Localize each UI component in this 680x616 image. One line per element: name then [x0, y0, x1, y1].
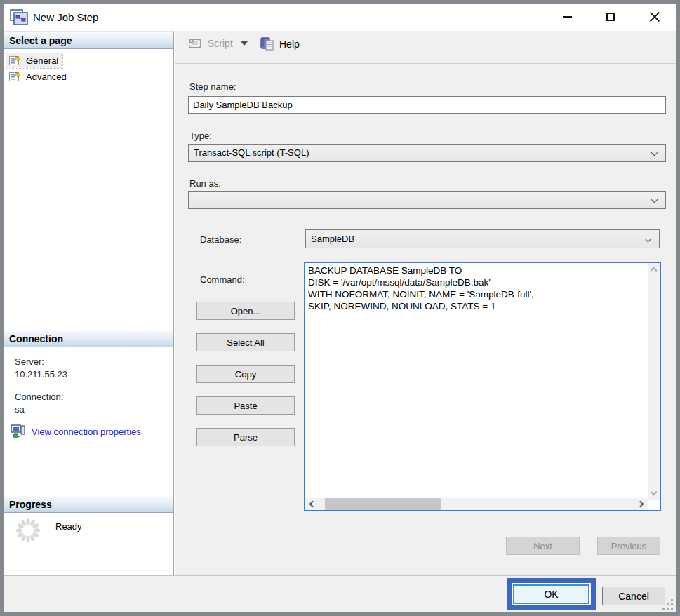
database-label: Database: [200, 234, 241, 245]
type-select-value: Transact-SQL script (T-SQL) [194, 147, 309, 158]
close-icon [649, 11, 660, 22]
chevron-down-icon [645, 236, 652, 243]
sidebar-item-general[interactable]: General [6, 53, 62, 68]
view-connection-properties-link[interactable]: View connection properties [32, 427, 141, 437]
vertical-scrollbar[interactable] [648, 263, 660, 500]
type-label: Type: [189, 130, 212, 141]
chevron-up-icon [651, 267, 658, 274]
sidebar: Select a page General [4, 31, 174, 575]
database-select[interactable]: SampleDB [305, 229, 660, 248]
chevron-down-icon [651, 196, 658, 203]
run-as-select[interactable] [188, 191, 666, 209]
toolbar: Script Help [175, 31, 676, 64]
cancel-button[interactable]: Cancel [602, 587, 665, 605]
command-editor: BACKUP DATABASE SampleDB TO DISK = '/var… [304, 262, 661, 511]
chevron-left-icon [309, 501, 316, 508]
footer: OK Cancel [4, 575, 676, 612]
script-icon [187, 37, 203, 50]
step-name-label: Step name: [189, 81, 236, 92]
ok-button[interactable]: OK [513, 584, 589, 604]
command-textarea[interactable]: BACKUP DATABASE SampleDB TO DISK = '/var… [305, 263, 649, 500]
spinner-icon [15, 517, 41, 544]
maximize-button[interactable] [599, 6, 622, 27]
previous-button[interactable]: Previous [597, 537, 660, 555]
sidebar-item-label: Advanced [26, 72, 67, 82]
connection-properties-icon [11, 424, 26, 438]
connection-section-header: Connection [4, 330, 173, 347]
sidebar-item-label: General [26, 55, 58, 66]
ok-button-highlight: OK [507, 578, 596, 610]
connection-value: sa [15, 404, 25, 415]
window-title: New Job Step [33, 4, 98, 31]
chevron-down-icon [651, 149, 658, 156]
step-name-input[interactable] [188, 96, 666, 114]
paste-button[interactable]: Paste [196, 396, 295, 415]
copy-button[interactable]: Copy [196, 365, 295, 383]
chevron-right-icon [637, 501, 644, 508]
maximize-icon [606, 13, 615, 21]
sidebar-item-advanced[interactable]: Advanced [6, 69, 71, 84]
resize-grip[interactable] [662, 599, 674, 610]
run-as-label: Run as: [189, 178, 221, 189]
minimize-icon [563, 16, 572, 18]
chevron-down-icon [651, 489, 658, 496]
page-icon [9, 72, 21, 82]
progress-section-header: Progress [4, 496, 173, 513]
open-button[interactable]: Open... [196, 302, 295, 320]
dialog-body: Select a page General [4, 31, 676, 575]
screenshot-frame: New Job Step Select a page General [0, 0, 680, 616]
type-select[interactable]: Transact-SQL script (T-SQL) [188, 144, 666, 162]
scrollbar-thumb[interactable] [325, 498, 441, 510]
titlebar: New Job Step [4, 4, 676, 31]
server-label: Server: [15, 356, 44, 367]
main-panel: Script Help Step name: [175, 31, 676, 575]
script-button[interactable]: Script [187, 37, 248, 50]
close-button[interactable] [643, 6, 667, 27]
app-icon [10, 9, 28, 25]
chevron-down-icon [241, 41, 248, 46]
next-button[interactable]: Next [506, 537, 580, 555]
help-icon [260, 37, 274, 51]
parse-button[interactable]: Parse [196, 428, 295, 446]
horizontal-scrollbar[interactable] [305, 498, 648, 510]
database-select-value: SampleDB [311, 234, 354, 244]
new-job-step-dialog: New Job Step Select a page General [4, 4, 676, 612]
connection-label: Connection: [15, 391, 63, 402]
select-a-page-header: Select a page [4, 32, 173, 49]
script-label: Script [208, 38, 233, 49]
command-label: Command: [200, 274, 245, 285]
progress-status: Ready [55, 521, 82, 532]
help-button[interactable]: Help [260, 37, 300, 51]
minimize-button[interactable] [555, 6, 579, 27]
select-all-button[interactable]: Select All [196, 333, 295, 351]
server-value: 10.211.55.23 [15, 369, 67, 380]
help-label: Help [279, 39, 300, 50]
page-icon [9, 55, 21, 66]
